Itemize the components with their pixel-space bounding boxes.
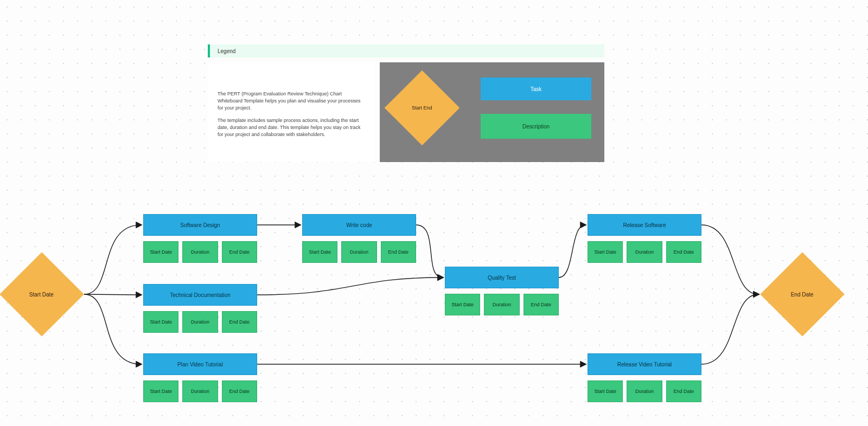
node-release-software[interactable]: Release Software Start Date Duration End… <box>588 214 701 263</box>
desc-start[interactable]: Start Date <box>588 241 623 263</box>
desc-row: Start Date Duration End Date <box>445 294 559 315</box>
desc-end[interactable]: End Date <box>222 241 257 263</box>
task-write-code[interactable]: Write code <box>302 214 416 236</box>
legend-para-1: The PERT (Program Evaluation Review Tech… <box>218 91 365 112</box>
desc-duration[interactable]: Duration <box>341 241 376 263</box>
desc-duration[interactable]: Duration <box>182 241 218 263</box>
task-label: Technical Documentation <box>170 292 231 298</box>
legend-description-box: The PERT (Program Evaluation Review Tech… <box>208 62 375 162</box>
legend-start-end-label: Start End <box>412 105 432 111</box>
desc-end[interactable]: End Date <box>666 241 701 263</box>
end-date-diamond[interactable]: End Date <box>760 252 845 337</box>
task-label: Software Design <box>180 222 220 228</box>
edge-release-video-to-end <box>701 294 758 364</box>
edge-start-to-plan-video <box>84 294 141 364</box>
desc-end[interactable]: End Date <box>381 241 416 263</box>
start-date-label: Start Date <box>29 292 54 298</box>
desc-end[interactable]: End Date <box>222 380 257 402</box>
task-quality-test[interactable]: Quality Test <box>445 267 559 288</box>
desc-duration[interactable]: Duration <box>182 380 218 402</box>
desc-duration[interactable]: Duration <box>627 380 662 402</box>
legend-task-shape[interactable]: Task <box>481 78 591 100</box>
desc-end[interactable]: End Date <box>666 380 701 402</box>
start-date-diamond[interactable]: Start Date <box>0 252 84 337</box>
edge-start-to-software-design <box>84 225 141 294</box>
desc-row: Start Date Duration End Date <box>143 311 257 333</box>
desc-end[interactable]: End Date <box>524 294 559 315</box>
task-label: Release Software <box>623 222 666 228</box>
legend-title: Legend <box>218 48 235 54</box>
legend-para-2: The template includes sample process act… <box>218 117 365 138</box>
desc-start[interactable]: Start Date <box>302 241 337 263</box>
task-label: Quality Test <box>488 275 516 281</box>
task-label: Plan Video Tutorial <box>177 362 223 367</box>
node-plan-video-tutorial[interactable]: Plan Video Tutorial Start Date Duration … <box>143 353 257 402</box>
edge-technical-doc-to-quality-test <box>257 277 443 295</box>
node-release-video-tutorial[interactable]: Release Video Tutorial Start Date Durati… <box>588 353 701 402</box>
desc-start[interactable]: Start Date <box>143 241 178 263</box>
task-release-video-tutorial[interactable]: Release Video Tutorial <box>588 353 701 375</box>
desc-row: Start Date Duration End Date <box>143 241 257 263</box>
desc-start[interactable]: Start Date <box>143 311 178 333</box>
task-label: Release Video Tutorial <box>617 362 672 367</box>
desc-start[interactable]: Start Date <box>445 294 480 315</box>
task-plan-video-tutorial[interactable]: Plan Video Tutorial <box>143 353 257 375</box>
task-technical-documentation[interactable]: Technical Documentation <box>143 284 257 306</box>
node-quality-test[interactable]: Quality Test Start Date Duration End Dat… <box>445 267 559 315</box>
edge-write-code-to-quality-test <box>416 225 443 277</box>
legend-header: Legend <box>208 44 604 57</box>
desc-start[interactable]: Start Date <box>588 380 623 402</box>
desc-end[interactable]: End Date <box>222 311 257 333</box>
desc-row: Start Date Duration End Date <box>143 380 257 402</box>
task-release-software[interactable]: Release Software <box>588 214 701 236</box>
desc-row: Start Date Duration End Date <box>588 380 701 402</box>
end-date-label: End Date <box>791 291 814 297</box>
task-label: Write code <box>346 222 372 228</box>
legend-description-shape[interactable]: Description <box>481 114 591 139</box>
desc-duration[interactable]: Duration <box>182 311 218 333</box>
node-software-design[interactable]: Software Design Start Date Duration End … <box>143 214 257 263</box>
edge-quality-test-to-release-software <box>559 225 585 277</box>
node-technical-documentation[interactable]: Technical Documentation Start Date Durat… <box>143 284 257 333</box>
edge-release-software-to-end <box>701 225 758 294</box>
node-write-code[interactable]: Write code Start Date Duration End Date <box>302 214 416 263</box>
desc-duration[interactable]: Duration <box>627 241 662 263</box>
task-software-design[interactable]: Software Design <box>143 214 257 236</box>
desc-duration[interactable]: Duration <box>484 294 519 315</box>
desc-row: Start Date Duration End Date <box>588 241 701 263</box>
legend-task-label: Task <box>531 86 542 92</box>
desc-start[interactable]: Start Date <box>143 380 178 402</box>
legend-description-label: Description <box>522 124 550 130</box>
edge-start-to-technical-doc <box>84 294 141 295</box>
desc-row: Start Date Duration End Date <box>302 241 416 263</box>
